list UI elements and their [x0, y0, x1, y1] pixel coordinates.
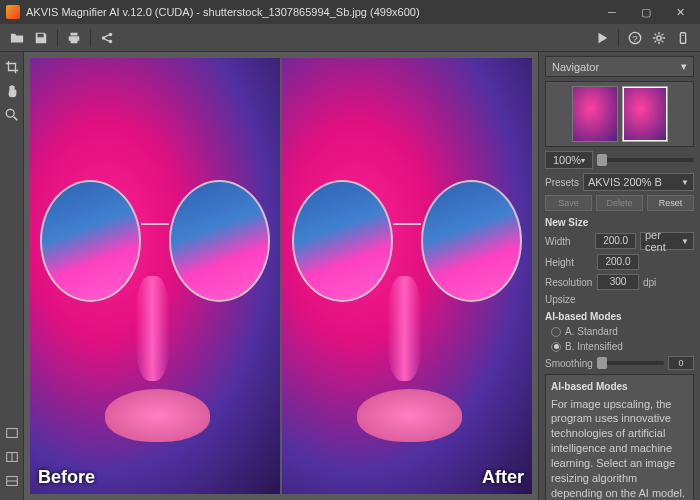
before-label: Before [38, 467, 95, 488]
radio-icon [551, 327, 561, 337]
newsize-title: New Size [545, 217, 694, 228]
image-canvas[interactable]: Before After [24, 52, 538, 500]
nav-thumb-after[interactable] [622, 86, 668, 142]
smoothing-label: Smoothing [545, 358, 593, 369]
main-toolbar: ? [0, 24, 700, 52]
view-single-button[interactable] [1, 422, 23, 444]
height-input[interactable]: 200.0 [597, 254, 639, 270]
chevron-down-icon: ▼ [681, 178, 689, 187]
svg-line-9 [13, 117, 17, 121]
after-label: After [482, 467, 524, 488]
unit-dropdown[interactable]: per cent▼ [640, 232, 694, 250]
svg-point-5 [657, 35, 661, 39]
after-pane: After [282, 58, 532, 494]
settings-button[interactable] [648, 27, 670, 49]
run-button[interactable] [591, 27, 613, 49]
resolution-label: Resolution [545, 277, 593, 288]
crop-tool-button[interactable] [1, 56, 23, 78]
info-panel: AI-based Modes For image upscaling, the … [545, 374, 694, 500]
upsize-label: Upsize [545, 294, 694, 305]
maximize-button[interactable]: ▢ [632, 2, 660, 22]
resolution-unit: dpi [643, 277, 656, 288]
svg-point-8 [6, 109, 14, 117]
minimize-button[interactable]: ─ [598, 2, 626, 22]
separator [57, 29, 58, 47]
view-split-h-button[interactable] [1, 446, 23, 468]
title-bar: AKVIS Magnifier AI v.12.0 (CUDA) - shutt… [0, 0, 700, 24]
view-split-v-button[interactable] [1, 470, 23, 492]
preset-reset-button[interactable]: Reset [647, 195, 694, 211]
app-logo-icon [6, 5, 20, 19]
help-button[interactable]: ? [624, 27, 646, 49]
svg-rect-10 [6, 429, 17, 438]
left-toolbar [0, 52, 24, 500]
share-button[interactable] [96, 27, 118, 49]
info-button[interactable] [672, 27, 694, 49]
zoom-tool-button[interactable] [1, 104, 23, 126]
radio-checked-icon [551, 342, 561, 352]
info-body: For image upscaling, the program uses in… [551, 397, 688, 501]
svg-rect-6 [680, 32, 685, 43]
zoom-slider[interactable] [597, 158, 694, 162]
separator [618, 29, 619, 47]
open-file-button[interactable] [6, 27, 28, 49]
before-pane: Before [30, 58, 280, 494]
svg-text:?: ? [632, 32, 637, 43]
width-label: Width [545, 236, 591, 247]
hand-tool-button[interactable] [1, 80, 23, 102]
save-file-button[interactable] [30, 27, 52, 49]
chevron-down-icon: ▾ [681, 60, 687, 73]
navigator-title: Navigator [552, 61, 599, 73]
smoothing-value[interactable]: 0 [668, 356, 694, 370]
separator [90, 29, 91, 47]
height-label: Height [545, 257, 593, 268]
info-title: AI-based Modes [551, 380, 688, 394]
nav-thumb-before[interactable] [572, 86, 618, 142]
navigator-thumbnails[interactable] [545, 81, 694, 147]
mode-b-radio[interactable]: B. Intensified [545, 341, 694, 352]
window-title: AKVIS Magnifier AI v.12.0 (CUDA) - shutt… [26, 6, 592, 18]
modes-title: AI-based Modes [545, 311, 694, 322]
print-button[interactable] [63, 27, 85, 49]
smoothing-slider[interactable] [597, 361, 664, 365]
presets-label: Presets [545, 177, 579, 188]
width-input[interactable]: 200.0 [595, 233, 636, 249]
preset-save-button[interactable]: Save [545, 195, 592, 211]
content-area: Before After Navigator ▾ 100% ▾ Presets … [0, 52, 700, 500]
close-button[interactable]: ✕ [666, 2, 694, 22]
zoom-dropdown[interactable]: 100% ▾ [545, 151, 593, 169]
mode-a-radio[interactable]: A. Standard [545, 326, 694, 337]
resolution-input[interactable]: 300 [597, 274, 639, 290]
preset-delete-button[interactable]: Delete [596, 195, 643, 211]
presets-dropdown[interactable]: AKVIS 200% B▼ [583, 173, 694, 191]
navigator-header[interactable]: Navigator ▾ [545, 56, 694, 77]
right-panel: Navigator ▾ 100% ▾ Presets AKVIS 200% B▼… [538, 52, 700, 500]
